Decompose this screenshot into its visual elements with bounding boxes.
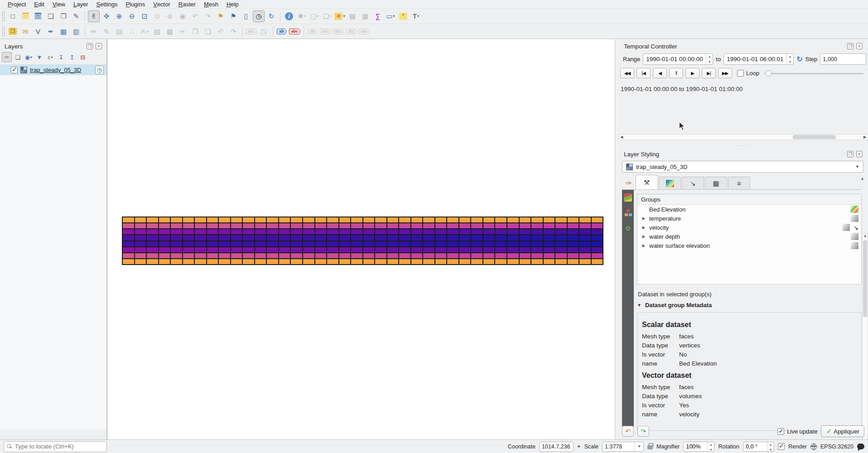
expand-arrow-icon[interactable]: ▶ (641, 243, 646, 248)
fast-forward-button[interactable]: ▶▶ (718, 68, 732, 78)
locate-box[interactable] (4, 441, 107, 452)
tab-rendering[interactable]: ▦ (705, 177, 727, 189)
menu-vector[interactable]: Vector (149, 0, 174, 8)
dataset-groups-icon[interactable] (624, 209, 632, 217)
styling-panel-close-icon[interactable]: × (856, 151, 863, 157)
show-bookmarks-button[interactable]: ⚑ (227, 10, 239, 22)
menu-settings[interactable]: Settings (92, 0, 122, 8)
refresh-map-button[interactable]: ↻ (265, 10, 277, 22)
text-annotation-button[interactable]: T▾ (410, 10, 422, 22)
menu-raster[interactable]: Raster (174, 0, 200, 8)
temporal-controller-button[interactable]: ◷ (253, 10, 265, 22)
dock-splitter[interactable] (615, 39, 618, 439)
zoom-out-button[interactable]: ⊖ (126, 10, 138, 22)
pan-to-selection-button[interactable]: ✜ (101, 10, 112, 22)
open-project-button[interactable]: ▨ (19, 10, 31, 22)
new-project-button[interactable]: □ (7, 10, 19, 22)
layers-panel-float-icon[interactable]: ❐ (87, 43, 93, 49)
hscroll-thumb[interactable] (793, 135, 836, 139)
magnifier-spin-arrows[interactable]: ▲▼ (707, 442, 714, 451)
range-to-spinbox[interactable]: ▲▼ (723, 53, 794, 65)
map-tips-button[interactable]: ❞ (397, 10, 409, 22)
tab-vectors[interactable]: ↘ (682, 177, 704, 189)
zoom-in-button[interactable]: ⊕ (113, 10, 125, 22)
toolbar-handle[interactable] (2, 11, 5, 22)
extents-toggle-icon[interactable]: ⌖ (577, 443, 581, 450)
add-group-button[interactable]: ❏ (13, 52, 23, 62)
layer-labeling-button[interactable]: ab (276, 25, 288, 37)
styling-vscrollbar[interactable]: ▲ ▼ (862, 233, 868, 453)
hscroll-right-arrow-icon[interactable]: ▶ (862, 135, 868, 140)
layer-visibility-checkbox[interactable] (11, 67, 18, 73)
vscroll-up-arrow-icon[interactable]: ▲ (863, 234, 868, 239)
menu-project[interactable]: Project (4, 0, 30, 8)
identify-features-button[interactable]: i (283, 10, 295, 22)
loop-checkbox[interactable] (737, 70, 744, 77)
bookmark-manager-button[interactable]: ▯ (240, 10, 252, 22)
pan-map-button[interactable]: ✌ (88, 10, 100, 22)
skip-to-end-button[interactable]: ▶| (702, 68, 716, 78)
rewind-button[interactable]: ◀◀ (620, 68, 634, 78)
menu-edit[interactable]: Edit (30, 0, 48, 8)
range-from-input[interactable] (643, 54, 706, 64)
styling-panel-float-icon[interactable]: ❐ (847, 151, 854, 157)
range-from-spinbox[interactable]: ▲▼ (643, 53, 713, 65)
group-row-bed-elevation[interactable]: Bed Elevation (637, 205, 861, 214)
range-to-input[interactable] (724, 54, 786, 64)
remove-layer-button[interactable]: ⊟ (78, 52, 88, 62)
style-manager-button[interactable]: ✎ (70, 10, 82, 22)
layers-panel-close-icon[interactable]: × (96, 43, 102, 49)
measure-button-dropdown-icon[interactable]: ▾ (393, 14, 395, 18)
range-from-spin-arrows[interactable]: ▲▼ (706, 54, 713, 64)
magnifier-spinbox[interactable]: ▲▼ (683, 442, 714, 452)
gray-gradient-icon[interactable] (842, 224, 850, 231)
symbology-brush-icon[interactable]: ✑ (622, 177, 636, 189)
live-update-checkbox[interactable] (777, 428, 784, 435)
3d-view-icon[interactable] (624, 193, 632, 202)
layer-name[interactable]: trap_steady_05_3D (30, 67, 81, 73)
expand-all-button[interactable]: ↧ (56, 52, 66, 62)
styling-layer-combo[interactable]: trap_steady_05_3D ▼ (622, 161, 863, 173)
panel-splitter-handle[interactable]: ······ (618, 143, 868, 148)
play-button[interactable]: ▶ (685, 68, 699, 78)
apply-button[interactable]: ✓ Appliquer (821, 425, 864, 437)
tab-stacked-mesh[interactable]: ≡ (728, 177, 750, 189)
group-row-water-surface-elevation[interactable]: ▶water surface elevation (637, 241, 861, 250)
expand-arrow-icon[interactable]: ▶ (641, 216, 646, 221)
pause-button[interactable]: ‖ (669, 68, 683, 78)
layer-diagram-button[interactable]: abc (289, 25, 301, 37)
dataset-metadata-toggle[interactable]: ▼ Dataset group Metadata (637, 302, 862, 308)
magnifier-input[interactable] (684, 442, 707, 451)
menu-view[interactable]: View (48, 0, 69, 8)
time-slider-handle[interactable] (765, 70, 772, 77)
add-layer-button[interactable]: ✉ (19, 25, 31, 37)
undo-style-button[interactable]: ↶ (622, 426, 634, 437)
locate-input[interactable] (14, 443, 104, 450)
select-features-button-dropdown-icon[interactable]: ▾ (317, 14, 319, 18)
vector-arrow-icon[interactable]: ↘ (854, 224, 858, 231)
temporal-panel-float-icon[interactable]: ❐ (847, 43, 854, 49)
gray-gradient-icon[interactable] (851, 215, 858, 222)
expand-arrow-icon[interactable]: ▶ (641, 225, 646, 230)
tabs-scroll-up-icon[interactable]: ▲ (860, 176, 864, 181)
tab-general-settings[interactable]: ⚒ (636, 175, 658, 189)
render-checkbox[interactable] (778, 443, 785, 450)
zoom-full-button[interactable]: ⊡ (139, 10, 150, 22)
crs-value[interactable]: EPSG:32620 (820, 443, 854, 450)
run-feature-action-button-dropdown-icon[interactable]: ▾ (304, 14, 306, 18)
messages-icon[interactable] (857, 443, 864, 449)
temporal-refresh-icon[interactable]: ↻ (796, 55, 802, 63)
range-to-spin-arrows[interactable]: ▲▼ (786, 54, 793, 64)
lock-scale-icon[interactable] (647, 445, 653, 449)
new-bookmark-button[interactable]: ⚑ (215, 10, 227, 22)
add-vector-layer-button[interactable]: V (32, 25, 44, 37)
group-row-temperature[interactable]: ▶temperature (637, 214, 861, 223)
text-annotation-button-dropdown-icon[interactable]: ▾ (417, 14, 419, 18)
deselect-features-button-dropdown-icon[interactable]: ▾ (329, 14, 331, 18)
layer-row-trap-steady[interactable]: trap_steady_05_3D ◷ (0, 65, 106, 75)
menu-layer[interactable]: Layer (69, 0, 92, 8)
redo-style-button[interactable]: ↷ (637, 426, 649, 437)
contours-rainbow-icon[interactable] (851, 206, 858, 213)
collapse-all-button[interactable]: ↥ (67, 52, 77, 62)
menu-help[interactable]: Help (222, 0, 243, 8)
